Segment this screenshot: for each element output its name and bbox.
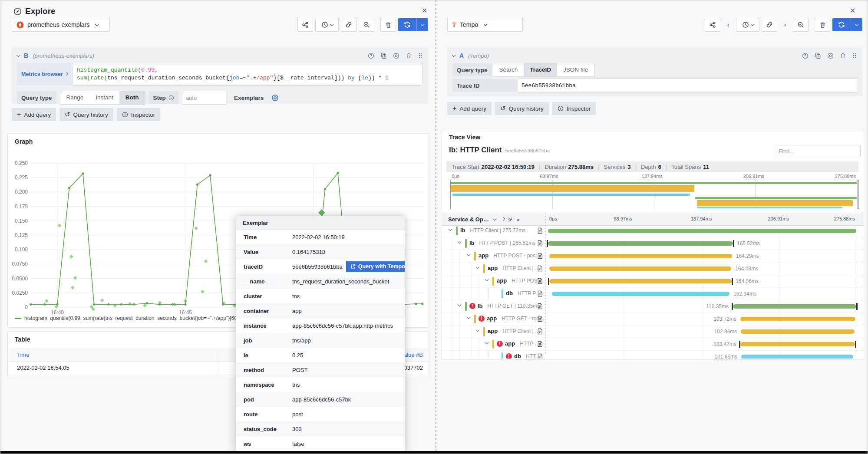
share-icon[interactable]: [705, 18, 720, 32]
exemplar-diamond[interactable]: [69, 255, 73, 259]
exemplar-diamond-highlighted[interactable]: [318, 209, 325, 216]
span-log-icon[interactable]: [537, 290, 543, 297]
span-log-icon[interactable]: [537, 341, 543, 347]
query-history-button[interactable]: ↺Query history: [59, 108, 113, 121]
collapse-query-icon[interactable]: [17, 53, 20, 56]
span-log-icon[interactable]: [537, 353, 543, 359]
expand-all-icon[interactable]: ››: [517, 216, 519, 223]
span-duration-bar[interactable]: [741, 329, 854, 334]
span-duration-bar[interactable]: [548, 241, 733, 246]
datasource-picker-left[interactable]: prometheus-exemplars: [12, 18, 110, 32]
span-duration-bar[interactable]: [549, 266, 732, 271]
add-query-button[interactable]: +Add query: [12, 108, 56, 121]
exemplar-diamond[interactable]: [57, 224, 61, 227]
time-range-button[interactable]: [736, 18, 759, 32]
span-row[interactable]: appHTTP Client | …102.96ms: [442, 326, 863, 338]
span-duration-bar[interactable]: [740, 317, 855, 321]
run-query-button[interactable]: [832, 18, 862, 31]
span-duration-bar[interactable]: [549, 254, 732, 258]
pane-splitter[interactable]: [435, 0, 436, 452]
exemplar-diamond[interactable]: [100, 299, 104, 303]
span-log-icon[interactable]: [537, 316, 543, 322]
query-history-button[interactable]: ↺Query history: [495, 102, 549, 115]
drag-handle-icon[interactable]: [852, 53, 857, 59]
add-query-button[interactable]: +Add query: [447, 102, 492, 115]
duplicate-query-icon[interactable]: [815, 53, 821, 59]
exemplar-diamond[interactable]: [128, 302, 132, 306]
exemplar-diamond[interactable]: [204, 259, 208, 263]
tab-search[interactable]: Search: [493, 63, 524, 76]
tab-json-file[interactable]: JSON file: [557, 63, 594, 76]
disable-query-icon[interactable]: [393, 53, 399, 59]
exemplar-diamond[interactable]: [73, 276, 77, 280]
help-icon[interactable]: [802, 53, 809, 59]
chevron-down-icon[interactable]: [493, 217, 496, 220]
service-operation-header[interactable]: Service & Op…: [448, 216, 489, 223]
span-duration-bar[interactable]: [552, 292, 730, 296]
remove-query-trash-icon[interactable]: [840, 53, 846, 59]
remove-query-trash-icon[interactable]: [406, 53, 412, 59]
clear-all-trash-icon[interactable]: [380, 18, 396, 32]
span-collapse-chevron-icon[interactable]: [467, 316, 470, 319]
trace-minimap[interactable]: [450, 180, 858, 209]
span-collapse-chevron-icon[interactable]: [476, 328, 479, 332]
exemplars-toggle[interactable]: [271, 94, 279, 102]
link-icon[interactable]: [762, 18, 777, 32]
step-input[interactable]: [182, 91, 226, 105]
inspector-button[interactable]: Inspector: [552, 102, 596, 115]
span-row[interactable]: lbHTTP Client | 275.72ms: [442, 225, 863, 237]
help-icon[interactable]: [368, 53, 374, 59]
share-icon[interactable]: [297, 18, 313, 32]
metrics-browser-button[interactable]: Metrics browser: [17, 63, 72, 86]
collapse-query-icon[interactable]: [452, 53, 455, 56]
table-header-time[interactable]: Time: [17, 352, 29, 358]
move-pane-right-icon[interactable]: ›: [779, 18, 791, 31]
zoom-out-icon[interactable]: [793, 18, 809, 32]
run-query-dropdown[interactable]: [416, 18, 428, 31]
trace-id-input[interactable]: [518, 79, 858, 92]
span-duration-bar[interactable]: [549, 279, 732, 283]
span-collapse-chevron-icon[interactable]: [449, 227, 452, 231]
span-duration-bar[interactable]: [733, 304, 856, 309]
exemplar-diamond[interactable]: [45, 299, 49, 303]
span-log-icon[interactable]: [537, 240, 543, 247]
inspector-button[interactable]: Inspector: [117, 108, 161, 121]
query-with-tempo-button[interactable]: Query with Tempo: [346, 261, 405, 272]
span-collapse-chevron-icon[interactable]: [485, 341, 488, 344]
span-row[interactable]: appHTTP POST - post …164.29ms: [442, 250, 863, 263]
query-row-header[interactable]: A (Tempo): [452, 51, 857, 60]
span-row[interactable]: !lbHTTP GET | 110.35ms110.35ms: [442, 300, 863, 313]
refresh-icon[interactable]: [398, 18, 416, 31]
span-collapse-chevron-icon[interactable]: [458, 240, 461, 243]
close-left-pane-icon[interactable]: ✕: [422, 7, 427, 14]
span-row[interactable]: !appHTTP …103.47ms: [442, 338, 863, 351]
exemplar-diamond[interactable]: [194, 227, 198, 230]
promql-query-input[interactable]: histogram_quantile(0.99,sum(rate(tns_req…: [72, 63, 423, 86]
expand-one-icon[interactable]: [502, 217, 505, 220]
datasource-picker-right[interactable]: T Tempo: [447, 18, 523, 32]
span-collapse-chevron-icon[interactable]: [485, 278, 488, 281]
query-type-range[interactable]: Range: [60, 91, 90, 104]
span-log-icon[interactable]: [537, 253, 543, 259]
query-row-header[interactable]: B (prometheus-exemplars): [17, 51, 423, 60]
span-collapse-chevron-icon[interactable]: [458, 303, 461, 306]
refresh-icon[interactable]: [832, 18, 851, 31]
table-column-divider[interactable]: [218, 348, 218, 374]
span-collapse-chevron-icon[interactable]: [467, 253, 470, 256]
collapse-all-icon[interactable]: [509, 218, 512, 220]
span-row[interactable]: !dbHTT…101.65ms: [442, 351, 863, 359]
time-range-button[interactable]: [315, 18, 339, 32]
span-log-icon[interactable]: [537, 303, 543, 309]
span-collapse-chevron-icon[interactable]: [476, 265, 479, 269]
span-row[interactable]: appHTTP POS…164.06ms: [442, 275, 863, 288]
span-row[interactable]: lbHTTP POST | 165.52ms165.52ms: [442, 237, 863, 250]
span-log-icon[interactable]: [537, 227, 543, 234]
drag-handle-icon[interactable]: [418, 53, 423, 59]
disable-query-icon[interactable]: [827, 53, 834, 59]
span-duration-bar[interactable]: [548, 229, 856, 233]
span-log-icon[interactable]: [537, 265, 543, 272]
exemplar-diamond[interactable]: [201, 290, 205, 294]
span-row[interactable]: appHTTP Client | …164.03ms: [442, 263, 863, 275]
tab-traceid[interactable]: TraceID: [524, 63, 557, 76]
span-row[interactable]: dbHTTP P…162.34ms: [442, 288, 863, 300]
